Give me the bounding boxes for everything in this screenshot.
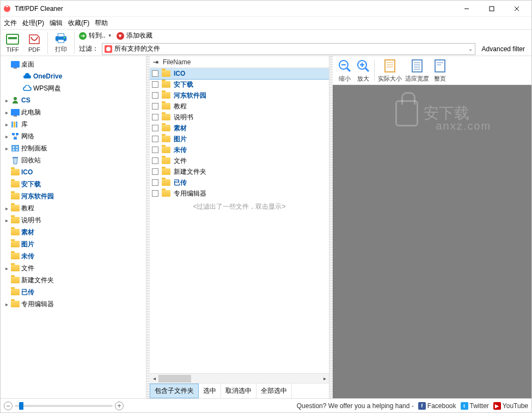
tree-item[interactable]: ▸ 此电脑	[1, 106, 146, 118]
youtube-link[interactable]: ▶YouTube	[493, 402, 528, 410]
pin-icon[interactable]: ⇥	[153, 58, 158, 66]
scroll-thumb[interactable]	[158, 375, 191, 382]
filter-message[interactable]: <过滤出了一些文件，双击显示>	[150, 199, 329, 215]
tiff-button[interactable]: TIFF	[4, 32, 21, 54]
svg-rect-35	[385, 60, 395, 72]
uncheck-button[interactable]: 取消选中	[221, 384, 256, 398]
expand-icon[interactable]: ▸	[4, 98, 9, 104]
file-name: ICO	[174, 70, 185, 77]
tree-item[interactable]: 河东软件园	[1, 190, 146, 202]
close-button[interactable]	[504, 1, 529, 16]
file-row[interactable]: 未传	[150, 144, 329, 155]
file-row[interactable]: 专用编辑器	[150, 188, 329, 199]
minimize-button[interactable]	[454, 1, 479, 16]
file-row[interactable]: 说明书	[150, 112, 329, 123]
check-all-button[interactable]: 全部选中	[256, 384, 292, 398]
checkbox[interactable]	[152, 147, 158, 153]
file-row[interactable]: 河东软件园	[150, 90, 329, 101]
advanced-filter-link[interactable]: Advanced filter	[479, 45, 528, 53]
checkbox[interactable]	[152, 114, 158, 120]
tree-item[interactable]: ▸ 教程	[1, 202, 146, 214]
tree-item[interactable]: ICO	[1, 166, 146, 178]
check-button[interactable]: 选中	[199, 384, 221, 398]
file-row[interactable]: 图片	[150, 133, 329, 144]
file-row[interactable]: ICO	[150, 68, 329, 79]
menu-favorite[interactable]: 收藏(F)	[68, 19, 89, 28]
tree-item[interactable]: 已传	[1, 286, 146, 298]
expand-icon[interactable]: ▸	[4, 110, 9, 116]
menu-file[interactable]: 文件	[4, 19, 17, 28]
filter-select[interactable]: 所有支持的文件 ⌄	[102, 43, 475, 55]
expand-icon[interactable]: ▸	[4, 301, 9, 307]
facebook-link[interactable]: fFacebook	[418, 402, 456, 410]
checkbox[interactable]	[152, 157, 158, 164]
tree-item-label: 桌面	[21, 60, 34, 69]
tree-item[interactable]: ▸ 文件	[1, 262, 146, 274]
fit-width-button[interactable]: 适应宽度	[405, 58, 429, 83]
svg-line-20	[13, 135, 15, 137]
file-row[interactable]: 文件	[150, 155, 329, 166]
expand-icon[interactable]: ▸	[4, 265, 9, 271]
tree-item[interactable]: OneDrive	[1, 70, 146, 82]
file-row[interactable]: 教程	[150, 101, 329, 112]
tree-item[interactable]: ▸ 说明书	[1, 214, 146, 226]
cloud-blue-icon	[23, 72, 32, 81]
convert-button[interactable]: ➔ 转到.. ▼	[79, 31, 112, 40]
tree-item[interactable]: ▸ 专用编辑器	[1, 298, 146, 310]
menu-edit[interactable]: 编辑	[50, 19, 63, 28]
pdf-button[interactable]: PDF	[26, 32, 43, 54]
zoom-slider[interactable]	[15, 405, 113, 407]
lock-icon	[395, 100, 418, 126]
full-page-button[interactable]: 整页	[432, 58, 448, 83]
file-row[interactable]: 素材	[150, 123, 329, 133]
file-row[interactable]: 已传	[150, 177, 329, 188]
checkbox[interactable]	[152, 125, 158, 131]
twitter-link[interactable]: tTwitter	[461, 402, 489, 410]
checkbox[interactable]	[152, 70, 158, 77]
checkbox[interactable]	[152, 179, 158, 186]
zoom-in-button[interactable]: 放大	[356, 58, 371, 83]
zoom-plus-button[interactable]: +	[115, 402, 124, 410]
tree-item[interactable]: ▸ 网络	[1, 130, 146, 142]
tree-item[interactable]: 素材	[1, 226, 146, 238]
print-button[interactable]: 打印	[52, 31, 70, 54]
tree-item[interactable]: 未传	[1, 250, 146, 262]
favorite-button[interactable]: ♥ 添加收藏	[117, 31, 152, 40]
file-row[interactable]: 新建文件夹	[150, 166, 329, 177]
tree-item[interactable]: ▸ 控制面板	[1, 142, 146, 154]
checkbox[interactable]	[152, 92, 158, 99]
tree-item[interactable]: 安下载	[1, 178, 146, 190]
column-filename[interactable]: FileName	[163, 58, 191, 66]
zoom-minus-button[interactable]: −	[4, 402, 13, 410]
checkbox[interactable]	[152, 81, 158, 88]
expand-icon[interactable]: ▸	[4, 145, 9, 151]
actual-size-button[interactable]: 实际大小	[378, 58, 402, 83]
checkbox[interactable]	[152, 190, 158, 197]
tree-item[interactable]: 回收站	[1, 154, 146, 166]
menu-process[interactable]: 处理(P)	[22, 19, 44, 28]
expand-icon[interactable]: ▸	[4, 217, 9, 223]
zoom-out-button[interactable]: 缩小	[337, 58, 352, 83]
expand-icon[interactable]: ▸	[4, 205, 9, 211]
expand-icon[interactable]: ▸	[4, 133, 9, 139]
expand-icon[interactable]: ▸	[4, 122, 9, 127]
tree-item[interactable]: 桌面	[1, 58, 146, 70]
file-row[interactable]: 安下载	[150, 79, 329, 90]
menu-help[interactable]: 帮助	[95, 19, 108, 28]
tree-item[interactable]: 图片	[1, 238, 146, 250]
tree-item[interactable]: ▸ 库	[1, 118, 146, 130]
scroll-left-icon[interactable]: ◂	[150, 374, 158, 383]
svg-rect-9	[58, 34, 64, 37]
checkbox[interactable]	[152, 168, 158, 175]
maximize-button[interactable]	[479, 1, 504, 16]
horizontal-scrollbar[interactable]: ◂ ▸	[150, 373, 329, 383]
tree-item[interactable]: ▸ CS	[1, 94, 146, 106]
svg-rect-14	[11, 122, 13, 127]
scroll-right-icon[interactable]: ▸	[320, 374, 329, 383]
tree-item[interactable]: 新建文件夹	[1, 274, 146, 286]
include-subfolders-button[interactable]: 包含子文件夹	[150, 384, 199, 398]
tree-item-label: 教程	[21, 204, 34, 213]
checkbox[interactable]	[152, 103, 158, 110]
tree-item[interactable]: WPS网盘	[1, 82, 146, 94]
checkbox[interactable]	[152, 136, 158, 142]
